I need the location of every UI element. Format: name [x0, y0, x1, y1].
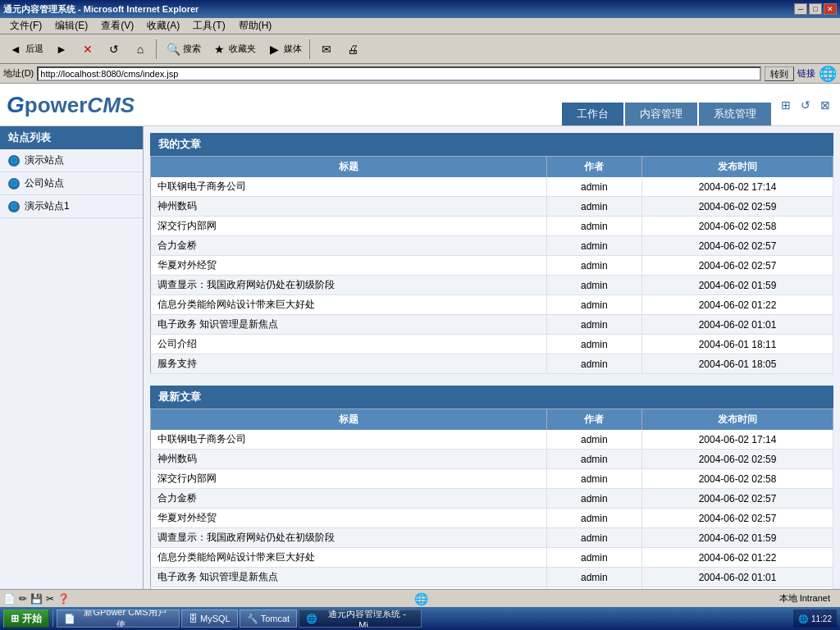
article-author: admin: [546, 450, 641, 469]
latest-articles-col-date: 发布时间: [642, 409, 833, 431]
article-title[interactable]: 公司介绍: [151, 335, 547, 354]
latest-articles-table: 标题 作者 发布时间 中联钢电子商务公司 admin 2004-06-02 17…: [150, 409, 833, 589]
sidebar-item-2[interactable]: 🌐 公司站点: [0, 172, 143, 195]
article-title[interactable]: 信息分类能给网站设计带来巨大好处: [151, 295, 547, 315]
menu-file[interactable]: 文件(F): [3, 17, 48, 34]
forward-button[interactable]: ►: [49, 38, 74, 61]
favorites-button[interactable]: ★ 收藏夹: [207, 38, 260, 61]
tab-content[interactable]: 内容管理: [625, 103, 697, 126]
article-title[interactable]: 合力金桥: [151, 236, 547, 256]
table-row[interactable]: 中联钢电子商务公司 admin 2004-06-02 17:14: [151, 430, 833, 450]
article-title[interactable]: 中联钢电子商务公司: [151, 430, 547, 450]
taskbar-tomcat-icon: 🔧: [247, 614, 258, 624]
address-label: 地址(D): [3, 67, 34, 80]
article-title[interactable]: 电子政务 知识管理是新焦点: [151, 568, 547, 587]
article-title[interactable]: 信息分类能给网站设计带来巨大好处: [151, 548, 547, 568]
article-date: 2004-06-02 01:59: [642, 528, 833, 548]
maximize-button[interactable]: □: [809, 3, 822, 15]
status-help-icon: ❓: [57, 593, 70, 605]
table-row[interactable]: 公司介绍 admin 2004-06-01 18:11: [151, 335, 833, 354]
article-date: 2004-06-01 18:05: [642, 354, 833, 374]
stop-button[interactable]: ✕: [75, 38, 100, 61]
article-title[interactable]: 深交行内部网: [151, 469, 547, 489]
latest-articles-body: 中联钢电子商务公司 admin 2004-06-02 17:14 神州数码 ad…: [151, 430, 833, 589]
ie-icon: 🌐: [819, 65, 837, 83]
article-title[interactable]: 华夏对外经贸: [151, 509, 547, 528]
article-title[interactable]: 深交行内部网: [151, 217, 547, 236]
taskbar-gpower-label: 新GPower CMS用户使...: [78, 609, 172, 628]
media-button[interactable]: ▶ 媒体: [262, 38, 306, 61]
menu-view[interactable]: 查看(V): [94, 17, 140, 34]
article-title[interactable]: 调查显示：我国政府网站仍处在初级阶段: [151, 276, 547, 295]
table-row[interactable]: 华夏对外经贸 admin 2004-06-02 02:57: [151, 509, 833, 528]
minimize-button[interactable]: ─: [794, 3, 807, 15]
back-label: 后退: [25, 43, 43, 55]
my-articles-col-author: 作者: [546, 157, 641, 178]
table-row[interactable]: 调查显示：我国政府网站仍处在初级阶段 admin 2004-06-02 01:5…: [151, 276, 833, 295]
title-bar: 通元内容管理系统 - Microsoft Internet Explorer ─…: [0, 0, 840, 18]
exit-icon[interactable]: ⊠: [817, 97, 833, 113]
article-date: 2004-06-02 17:14: [642, 177, 833, 197]
article-author: admin: [546, 469, 641, 489]
my-articles-table: 标题 作者 发布时间 中联钢电子商务公司 admin 2004-06-02 17…: [150, 156, 833, 374]
window-title: 通元内容管理系统 - Microsoft Internet Explorer: [3, 3, 794, 16]
taskbar-gpower[interactable]: 📄 新GPower CMS用户使...: [57, 609, 180, 628]
article-title[interactable]: 电子政务 知识管理是新焦点: [151, 315, 547, 335]
article-title[interactable]: 神州数码: [151, 450, 547, 469]
article-author: admin: [546, 489, 641, 509]
mail-button[interactable]: ✉: [314, 38, 339, 61]
windows-icon: ⊞: [11, 613, 19, 624]
back-button[interactable]: ◄ 后退: [3, 38, 48, 61]
menu-favorites[interactable]: 收藏(A): [140, 17, 186, 34]
article-title[interactable]: 中联钢电子商务公司: [151, 177, 547, 197]
article-title[interactable]: 服务支持: [151, 354, 547, 374]
table-row[interactable]: 电子政务 知识管理是新焦点 admin 2004-06-02 01:01: [151, 315, 833, 335]
close-button[interactable]: ✕: [824, 3, 837, 15]
table-row[interactable]: 合力金桥 admin 2004-06-02 02:57: [151, 489, 833, 509]
print-icon: 🖨: [345, 41, 361, 57]
toolbar-separator-2: [309, 39, 311, 59]
article-date: 2004-06-02 02:57: [642, 489, 833, 509]
table-row[interactable]: 服务支持 admin 2004-06-01 18:05: [151, 354, 833, 374]
site-globe-icon-2: 🌐: [8, 178, 20, 189]
table-row[interactable]: 合力金桥 admin 2004-06-02 02:57: [151, 236, 833, 256]
table-row[interactable]: 华夏对外经贸 admin 2004-06-02 02:57: [151, 256, 833, 276]
table-row[interactable]: 深交行内部网 admin 2004-06-02 02:58: [151, 469, 833, 489]
refresh-button[interactable]: ↺: [102, 38, 126, 61]
table-row[interactable]: 深交行内部网 admin 2004-06-02 02:58: [151, 217, 833, 236]
taskbar-tomcat[interactable]: 🔧 Tomcat: [240, 609, 297, 628]
table-row[interactable]: 神州数码 admin 2004-06-02 02:59: [151, 450, 833, 469]
taskbar-mysql[interactable]: 🗄 MySQL: [181, 609, 238, 628]
table-row[interactable]: 电子政务 知识管理是新焦点 admin 2004-06-02 01:01: [151, 568, 833, 587]
print-button[interactable]: 🖨: [340, 38, 365, 61]
article-title[interactable]: 调查显示：我国政府网站仍处在初级阶段: [151, 528, 547, 548]
tab-system[interactable]: 系统管理: [699, 103, 771, 126]
logo-power: power: [25, 93, 88, 117]
address-input[interactable]: [37, 66, 761, 81]
my-articles-header-row: 标题 作者 发布时间: [151, 157, 833, 178]
article-title[interactable]: 华夏对外经贸: [151, 256, 547, 276]
taskbar-tray: 🌐 11:22: [793, 609, 837, 628]
menu-edit[interactable]: 编辑(E): [48, 17, 94, 34]
toolbar-separator: [156, 39, 158, 59]
tab-workbench[interactable]: 工作台: [562, 103, 623, 126]
taskbar-cms[interactable]: 🌐 通元内容管理系统 - Mi...: [299, 609, 422, 628]
search-button[interactable]: 🔍 搜索: [161, 38, 205, 61]
table-row[interactable]: 中联钢电子商务公司 admin 2004-06-02 17:14: [151, 177, 833, 197]
table-row[interactable]: 调查显示：我国政府网站仍处在初级阶段 admin 2004-06-02 01:5…: [151, 528, 833, 548]
article-title[interactable]: 合力金桥: [151, 489, 547, 509]
refresh-app-icon[interactable]: ↺: [797, 97, 814, 113]
sidebar-item-1[interactable]: 🌐 演示站点: [0, 149, 143, 172]
table-row[interactable]: 信息分类能给网站设计带来巨大好处 admin 2004-06-02 01:22: [151, 295, 833, 315]
table-row[interactable]: 信息分类能给网站设计带来巨大好处 admin 2004-06-02 01:22: [151, 548, 833, 568]
go-button[interactable]: 转到: [765, 66, 794, 81]
table-row[interactable]: 神州数码 admin 2004-06-02 02:59: [151, 197, 833, 217]
grid-icon[interactable]: ⊞: [778, 97, 794, 113]
article-title[interactable]: 神州数码: [151, 197, 547, 217]
menu-tools[interactable]: 工具(T): [186, 17, 231, 34]
start-button[interactable]: ⊞ 开始: [3, 609, 49, 628]
home-button[interactable]: ⌂: [128, 38, 153, 61]
menu-help[interactable]: 帮助(H): [232, 17, 279, 34]
sidebar-item-3[interactable]: 🌐 演示站点1: [0, 195, 143, 218]
links-label[interactable]: 链接: [797, 67, 815, 80]
